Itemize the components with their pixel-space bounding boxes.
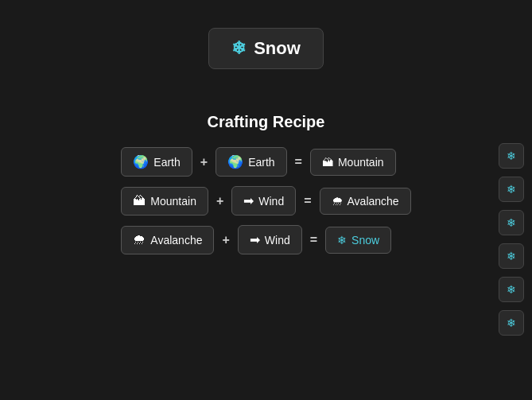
plus-operator-2: + bbox=[216, 194, 223, 208]
main-container: ❄ Snow Crafting Recipe 🌍 Earth + 🌍 Earth… bbox=[0, 0, 532, 254]
snow-result-icon: ❄ bbox=[337, 234, 347, 247]
earth-label-2: Earth bbox=[248, 156, 274, 169]
result-avalanche[interactable]: 🌨 Avalanche bbox=[320, 188, 411, 215]
recipe-row-1: 🌍 Earth + 🌍 Earth = 🏔 Mountain bbox=[121, 147, 395, 177]
earth-emoji-1: 🌍 bbox=[133, 154, 149, 169]
ingredient-earth-2[interactable]: 🌍 Earth bbox=[216, 147, 286, 177]
snowflake-icon: ❄ bbox=[231, 38, 246, 59]
ingredient-wind-1[interactable]: ➡ Wind bbox=[231, 186, 296, 216]
plus-operator-3: + bbox=[222, 233, 229, 247]
result-snow[interactable]: ❄ Snow bbox=[325, 227, 391, 254]
wind-emoji-1: ➡ bbox=[243, 193, 254, 208]
recipe-row-3: 🌨 Avalanche + ➡ Wind = ❄ Snow bbox=[121, 225, 391, 254]
title-badge[interactable]: ❄ Snow bbox=[208, 28, 324, 69]
wind-emoji-2: ➡ bbox=[250, 232, 260, 247]
mountain-emoji-1: 🏔 bbox=[322, 156, 333, 169]
side-snowflake-5[interactable]: ❄ bbox=[499, 277, 524, 302]
side-snowflake-2[interactable]: ❄ bbox=[499, 177, 524, 202]
side-snowflake-4[interactable]: ❄ bbox=[499, 243, 524, 269]
plus-operator-1: + bbox=[200, 155, 208, 169]
earth-label-1: Earth bbox=[153, 156, 180, 169]
mountain-emoji-2: 🏔 bbox=[133, 194, 146, 208]
result-mountain-1[interactable]: 🏔 Mountain bbox=[310, 149, 396, 176]
avalanche-label: Avalanche bbox=[348, 195, 399, 208]
avalanche-label-2: Avalanche bbox=[150, 234, 202, 247]
title-text: Snow bbox=[254, 38, 301, 59]
mountain-label-1: Mountain bbox=[338, 156, 384, 169]
side-snowflake-6[interactable]: ❄ bbox=[499, 310, 524, 336]
avalanche-emoji: 🌨 bbox=[332, 195, 343, 208]
equals-operator-3: = bbox=[310, 233, 317, 247]
side-snowflake-1[interactable]: ❄ bbox=[499, 143, 524, 169]
crafting-title: Crafting Recipe bbox=[208, 113, 325, 131]
mountain-label-2: Mountain bbox=[150, 195, 196, 208]
equals-operator-1: = bbox=[295, 155, 302, 169]
right-snowflakes: ❄ ❄ ❄ ❄ ❄ ❄ bbox=[499, 143, 524, 336]
ingredient-mountain[interactable]: 🏔 Mountain bbox=[121, 187, 208, 216]
ingredient-avalanche[interactable]: 🌨 Avalanche bbox=[121, 226, 214, 254]
equals-operator-2: = bbox=[304, 194, 311, 208]
wind-label-2: Wind bbox=[265, 234, 290, 247]
earth-emoji-2: 🌍 bbox=[227, 154, 243, 169]
avalanche-emoji-2: 🌨 bbox=[133, 233, 146, 247]
side-snowflake-3[interactable]: ❄ bbox=[499, 210, 524, 235]
snow-label: Snow bbox=[351, 234, 379, 247]
recipe-container: 🌍 Earth + 🌍 Earth = 🏔 Mountain 🏔 Mountai… bbox=[121, 147, 410, 254]
ingredient-earth-1[interactable]: 🌍 Earth bbox=[121, 147, 192, 177]
recipe-row-2: 🏔 Mountain + ➡ Wind = 🌨 Avalanche bbox=[121, 186, 410, 216]
ingredient-wind-2[interactable]: ➡ Wind bbox=[238, 225, 302, 254]
wind-label-1: Wind bbox=[258, 195, 284, 208]
